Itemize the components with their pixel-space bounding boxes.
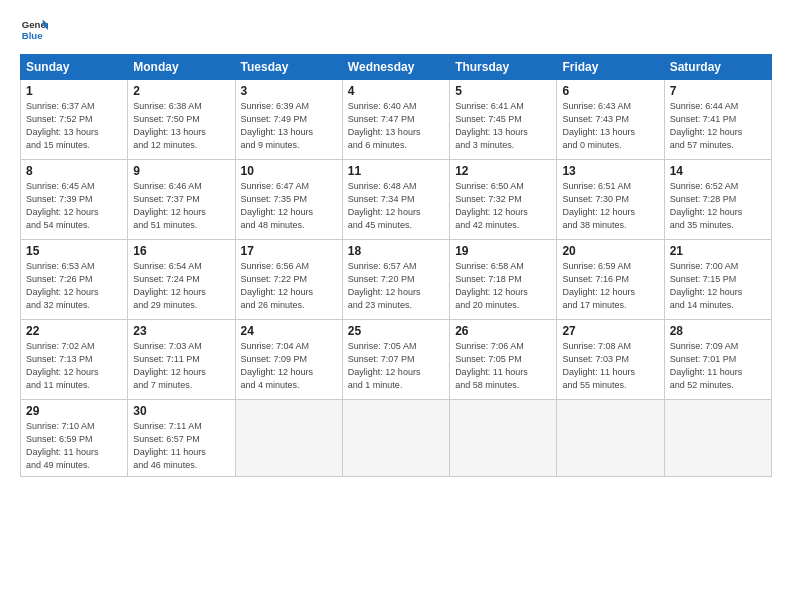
day-info: Sunrise: 6:58 AMSunset: 7:18 PMDaylight:… [455,260,551,312]
calendar-cell: 19Sunrise: 6:58 AMSunset: 7:18 PMDayligh… [450,240,557,320]
calendar-cell: 23Sunrise: 7:03 AMSunset: 7:11 PMDayligh… [128,320,235,400]
day-info: Sunrise: 6:59 AMSunset: 7:16 PMDaylight:… [562,260,658,312]
day-info: Sunrise: 7:11 AMSunset: 6:57 PMDaylight:… [133,420,229,472]
day-number: 29 [26,404,122,418]
day-number: 5 [455,84,551,98]
calendar-cell: 13Sunrise: 6:51 AMSunset: 7:30 PMDayligh… [557,160,664,240]
svg-text:Blue: Blue [22,30,43,41]
calendar-cell: 29Sunrise: 7:10 AMSunset: 6:59 PMDayligh… [21,400,128,477]
day-info: Sunrise: 6:47 AMSunset: 7:35 PMDaylight:… [241,180,337,232]
weekday-header-monday: Monday [128,55,235,80]
calendar-cell: 12Sunrise: 6:50 AMSunset: 7:32 PMDayligh… [450,160,557,240]
calendar-week-4: 22Sunrise: 7:02 AMSunset: 7:13 PMDayligh… [21,320,772,400]
day-number: 12 [455,164,551,178]
day-info: Sunrise: 7:09 AMSunset: 7:01 PMDaylight:… [670,340,766,392]
day-number: 18 [348,244,444,258]
day-info: Sunrise: 6:43 AMSunset: 7:43 PMDaylight:… [562,100,658,152]
day-info: Sunrise: 7:08 AMSunset: 7:03 PMDaylight:… [562,340,658,392]
calendar-cell: 15Sunrise: 6:53 AMSunset: 7:26 PMDayligh… [21,240,128,320]
day-number: 7 [670,84,766,98]
day-number: 9 [133,164,229,178]
day-info: Sunrise: 7:10 AMSunset: 6:59 PMDaylight:… [26,420,122,472]
calendar-cell [450,400,557,477]
calendar-cell: 5Sunrise: 6:41 AMSunset: 7:45 PMDaylight… [450,80,557,160]
weekday-header-row: SundayMondayTuesdayWednesdayThursdayFrid… [21,55,772,80]
day-number: 24 [241,324,337,338]
calendar-cell [664,400,771,477]
day-info: Sunrise: 6:51 AMSunset: 7:30 PMDaylight:… [562,180,658,232]
day-info: Sunrise: 6:56 AMSunset: 7:22 PMDaylight:… [241,260,337,312]
day-number: 25 [348,324,444,338]
weekday-header-wednesday: Wednesday [342,55,449,80]
calendar-cell: 26Sunrise: 7:06 AMSunset: 7:05 PMDayligh… [450,320,557,400]
calendar-cell: 24Sunrise: 7:04 AMSunset: 7:09 PMDayligh… [235,320,342,400]
day-info: Sunrise: 7:06 AMSunset: 7:05 PMDaylight:… [455,340,551,392]
calendar-page: General Blue SundayMondayTuesdayWednesda… [0,0,792,612]
day-number: 10 [241,164,337,178]
day-info: Sunrise: 6:50 AMSunset: 7:32 PMDaylight:… [455,180,551,232]
day-info: Sunrise: 6:37 AMSunset: 7:52 PMDaylight:… [26,100,122,152]
day-number: 22 [26,324,122,338]
calendar-week-5: 29Sunrise: 7:10 AMSunset: 6:59 PMDayligh… [21,400,772,477]
day-number: 3 [241,84,337,98]
day-number: 21 [670,244,766,258]
logo: General Blue [20,16,48,44]
calendar-cell: 9Sunrise: 6:46 AMSunset: 7:37 PMDaylight… [128,160,235,240]
calendar-cell: 21Sunrise: 7:00 AMSunset: 7:15 PMDayligh… [664,240,771,320]
day-number: 27 [562,324,658,338]
calendar-cell: 2Sunrise: 6:38 AMSunset: 7:50 PMDaylight… [128,80,235,160]
day-info: Sunrise: 6:44 AMSunset: 7:41 PMDaylight:… [670,100,766,152]
calendar-cell: 30Sunrise: 7:11 AMSunset: 6:57 PMDayligh… [128,400,235,477]
calendar-cell: 27Sunrise: 7:08 AMSunset: 7:03 PMDayligh… [557,320,664,400]
day-info: Sunrise: 6:41 AMSunset: 7:45 PMDaylight:… [455,100,551,152]
calendar-cell: 28Sunrise: 7:09 AMSunset: 7:01 PMDayligh… [664,320,771,400]
weekday-header-saturday: Saturday [664,55,771,80]
day-number: 1 [26,84,122,98]
day-info: Sunrise: 6:46 AMSunset: 7:37 PMDaylight:… [133,180,229,232]
day-info: Sunrise: 6:57 AMSunset: 7:20 PMDaylight:… [348,260,444,312]
day-info: Sunrise: 7:03 AMSunset: 7:11 PMDaylight:… [133,340,229,392]
calendar-week-2: 8Sunrise: 6:45 AMSunset: 7:39 PMDaylight… [21,160,772,240]
day-number: 17 [241,244,337,258]
header: General Blue [20,16,772,44]
day-number: 16 [133,244,229,258]
day-info: Sunrise: 6:53 AMSunset: 7:26 PMDaylight:… [26,260,122,312]
calendar-cell: 14Sunrise: 6:52 AMSunset: 7:28 PMDayligh… [664,160,771,240]
calendar-cell: 22Sunrise: 7:02 AMSunset: 7:13 PMDayligh… [21,320,128,400]
calendar-table: SundayMondayTuesdayWednesdayThursdayFrid… [20,54,772,477]
weekday-header-thursday: Thursday [450,55,557,80]
calendar-cell: 18Sunrise: 6:57 AMSunset: 7:20 PMDayligh… [342,240,449,320]
day-info: Sunrise: 7:02 AMSunset: 7:13 PMDaylight:… [26,340,122,392]
calendar-cell: 8Sunrise: 6:45 AMSunset: 7:39 PMDaylight… [21,160,128,240]
calendar-cell: 10Sunrise: 6:47 AMSunset: 7:35 PMDayligh… [235,160,342,240]
day-info: Sunrise: 6:40 AMSunset: 7:47 PMDaylight:… [348,100,444,152]
calendar-cell: 20Sunrise: 6:59 AMSunset: 7:16 PMDayligh… [557,240,664,320]
day-info: Sunrise: 6:52 AMSunset: 7:28 PMDaylight:… [670,180,766,232]
day-info: Sunrise: 6:39 AMSunset: 7:49 PMDaylight:… [241,100,337,152]
day-info: Sunrise: 6:38 AMSunset: 7:50 PMDaylight:… [133,100,229,152]
calendar-cell: 1Sunrise: 6:37 AMSunset: 7:52 PMDaylight… [21,80,128,160]
day-info: Sunrise: 7:00 AMSunset: 7:15 PMDaylight:… [670,260,766,312]
day-number: 2 [133,84,229,98]
calendar-cell: 3Sunrise: 6:39 AMSunset: 7:49 PMDaylight… [235,80,342,160]
calendar-cell: 25Sunrise: 7:05 AMSunset: 7:07 PMDayligh… [342,320,449,400]
calendar-week-1: 1Sunrise: 6:37 AMSunset: 7:52 PMDaylight… [21,80,772,160]
day-info: Sunrise: 6:45 AMSunset: 7:39 PMDaylight:… [26,180,122,232]
day-number: 6 [562,84,658,98]
day-number: 28 [670,324,766,338]
day-number: 26 [455,324,551,338]
day-number: 14 [670,164,766,178]
weekday-header-friday: Friday [557,55,664,80]
calendar-cell: 7Sunrise: 6:44 AMSunset: 7:41 PMDaylight… [664,80,771,160]
calendar-cell: 11Sunrise: 6:48 AMSunset: 7:34 PMDayligh… [342,160,449,240]
calendar-cell: 6Sunrise: 6:43 AMSunset: 7:43 PMDaylight… [557,80,664,160]
day-info: Sunrise: 6:48 AMSunset: 7:34 PMDaylight:… [348,180,444,232]
day-number: 19 [455,244,551,258]
logo-icon: General Blue [20,16,48,44]
day-number: 15 [26,244,122,258]
calendar-cell: 4Sunrise: 6:40 AMSunset: 7:47 PMDaylight… [342,80,449,160]
day-number: 30 [133,404,229,418]
calendar-cell [342,400,449,477]
calendar-cell [235,400,342,477]
day-number: 20 [562,244,658,258]
